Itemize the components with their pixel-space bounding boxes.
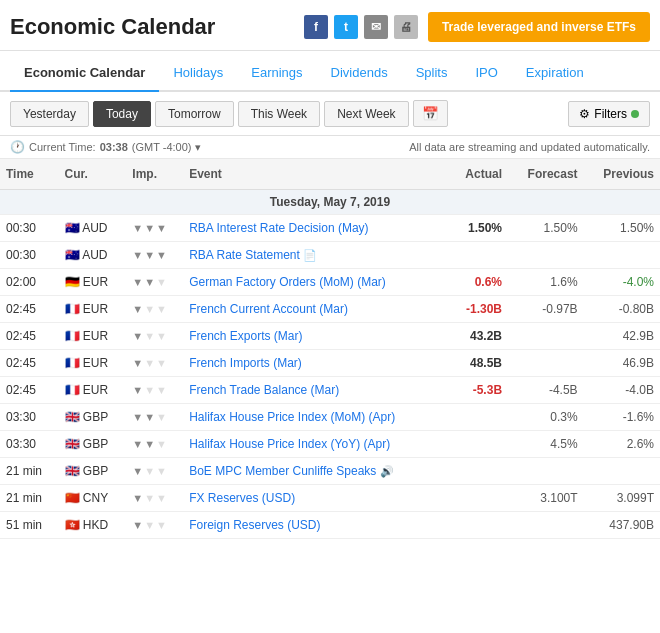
cell-previous (584, 458, 660, 485)
table-row: 21 min🇬🇧 GBP▼▼▼BoE MPC Member Cunliffe S… (0, 458, 660, 485)
cell-actual: 0.6% (449, 269, 508, 296)
cell-forecast (508, 458, 584, 485)
impact-bull-icon: ▼ (132, 384, 143, 396)
flag-icon: 🇫🇷 (65, 383, 80, 397)
table-row: 02:45🇫🇷 EUR▼▼▼French Current Account (Ma… (0, 296, 660, 323)
filter-button[interactable]: ⚙ Filters (568, 101, 650, 127)
currency-label: EUR (83, 383, 108, 397)
impact-bull-icon: ▼ (156, 249, 167, 261)
cell-forecast: -0.97B (508, 296, 584, 323)
cell-event[interactable]: Foreign Reserves (USD) (183, 512, 449, 539)
impact-bull-icon: ▼ (132, 465, 143, 477)
cell-impact: ▼▼▼ (126, 350, 183, 377)
cell-currency: 🇭🇰 HKD (59, 512, 127, 539)
tab-earnings[interactable]: Earnings (237, 55, 316, 92)
cell-forecast (508, 350, 584, 377)
cell-previous: 46.9B (584, 350, 660, 377)
cell-time: 03:30 (0, 404, 59, 431)
tab-splits[interactable]: Splits (402, 55, 462, 92)
cell-forecast: -4.5B (508, 377, 584, 404)
cell-impact: ▼▼▼ (126, 512, 183, 539)
dropdown-arrow[interactable]: ▾ (195, 141, 201, 154)
clock-icon: 🕐 (10, 140, 25, 154)
cell-forecast: 1.6% (508, 269, 584, 296)
table-row: 02:45🇫🇷 EUR▼▼▼French Imports (Mar)48.5B4… (0, 350, 660, 377)
cell-impact: ▼▼▼ (126, 431, 183, 458)
impact-bull-icon: ▼ (144, 438, 155, 450)
cell-event[interactable]: Halifax House Price Index (YoY) (Apr) (183, 431, 449, 458)
impact-bull-icon: ▼ (132, 330, 143, 342)
email-icon[interactable]: ✉ (364, 15, 388, 39)
impact-bull-icon: ▼ (156, 303, 167, 315)
impact-bull-icon: ▼ (156, 357, 167, 369)
cell-event[interactable]: French Trade Balance (Mar) (183, 377, 449, 404)
currency-label: CNY (83, 491, 108, 505)
cell-actual (449, 485, 508, 512)
cell-currency: 🇬🇧 GBP (59, 458, 127, 485)
currency-label: HKD (83, 518, 108, 532)
cell-event[interactable]: FX Reserves (USD) (183, 485, 449, 512)
yesterday-button[interactable]: Yesterday (10, 101, 89, 127)
this-week-button[interactable]: This Week (238, 101, 320, 127)
cell-currency: 🇫🇷 EUR (59, 296, 127, 323)
impact-bull-icon: ▼ (132, 357, 143, 369)
impact-bull-icon: ▼ (144, 249, 155, 261)
cell-event[interactable]: French Imports (Mar) (183, 350, 449, 377)
flag-icon: 🇩🇪 (65, 275, 80, 289)
cell-forecast: 1.50% (508, 215, 584, 242)
flag-icon: 🇬🇧 (65, 464, 80, 478)
current-time-bar: 🕐 Current Time: 03:38 (GMT -4:00) ▾ All … (0, 136, 660, 159)
flag-icon: 🇫🇷 (65, 302, 80, 316)
today-button[interactable]: Today (93, 101, 151, 127)
cell-event[interactable]: Halifax House Price Index (MoM) (Apr) (183, 404, 449, 431)
impact-icons: ▼▼▼ (132, 249, 167, 261)
cell-impact: ▼▼▼ (126, 296, 183, 323)
table-row: 00:30🇦🇺 AUD▼▼▼RBA Rate Statement 📄 (0, 242, 660, 269)
facebook-icon[interactable]: f (304, 15, 328, 39)
cell-event[interactable]: RBA Interest Rate Decision (May) (183, 215, 449, 242)
cell-event[interactable]: German Factory Orders (MoM) (Mar) (183, 269, 449, 296)
current-time-tz: (GMT -4:00) (132, 141, 192, 153)
cell-previous: -0.80B (584, 296, 660, 323)
cell-event[interactable]: French Current Account (Mar) (183, 296, 449, 323)
impact-bull-icon: ▼ (132, 519, 143, 531)
cell-actual (449, 404, 508, 431)
twitter-icon[interactable]: t (334, 15, 358, 39)
tab-holidays[interactable]: Holidays (159, 55, 237, 92)
cell-event[interactable]: BoE MPC Member Cunliffe Speaks 🔊 (183, 458, 449, 485)
cell-event[interactable]: RBA Rate Statement 📄 (183, 242, 449, 269)
flag-icon: 🇫🇷 (65, 356, 80, 370)
cell-currency: 🇬🇧 GBP (59, 404, 127, 431)
cell-forecast: 0.3% (508, 404, 584, 431)
filter-label: Filters (594, 107, 627, 121)
impact-bull-icon: ▼ (144, 357, 155, 369)
currency-label: GBP (83, 410, 108, 424)
impact-bull-icon: ▼ (144, 222, 155, 234)
current-time-label: Current Time: (29, 141, 96, 153)
tab-expiration[interactable]: Expiration (512, 55, 598, 92)
next-week-button[interactable]: Next Week (324, 101, 408, 127)
tomorrow-button[interactable]: Tomorrow (155, 101, 234, 127)
currency-label: EUR (83, 302, 108, 316)
calendar-button[interactable]: 📅 (413, 100, 448, 127)
impact-bull-icon: ▼ (156, 519, 167, 531)
cell-time: 02:45 (0, 296, 59, 323)
cell-impact: ▼▼▼ (126, 242, 183, 269)
cell-previous: -4.0B (584, 377, 660, 404)
cell-time: 51 min (0, 512, 59, 539)
impact-bull-icon: ▼ (144, 276, 155, 288)
tab-dividends[interactable]: Dividends (317, 55, 402, 92)
tab-economic-calendar[interactable]: Economic Calendar (10, 55, 159, 92)
impact-icons: ▼▼▼ (132, 276, 167, 288)
tab-ipo[interactable]: IPO (461, 55, 511, 92)
calendar-table: Time Cur. Imp. Event Actual Forecast Pre… (0, 159, 660, 539)
cell-actual: 1.50% (449, 215, 508, 242)
currency-label: AUD (82, 248, 107, 262)
cell-event[interactable]: French Exports (Mar) (183, 323, 449, 350)
cell-currency: 🇨🇳 CNY (59, 485, 127, 512)
document-icon: 📄 (303, 249, 317, 261)
header: Economic Calendar f t ✉ 🖨 Trade leverage… (0, 0, 660, 159)
trade-button[interactable]: Trade leveraged and inverse ETFs (428, 12, 650, 42)
print-icon[interactable]: 🖨 (394, 15, 418, 39)
impact-icons: ▼▼▼ (132, 438, 167, 450)
